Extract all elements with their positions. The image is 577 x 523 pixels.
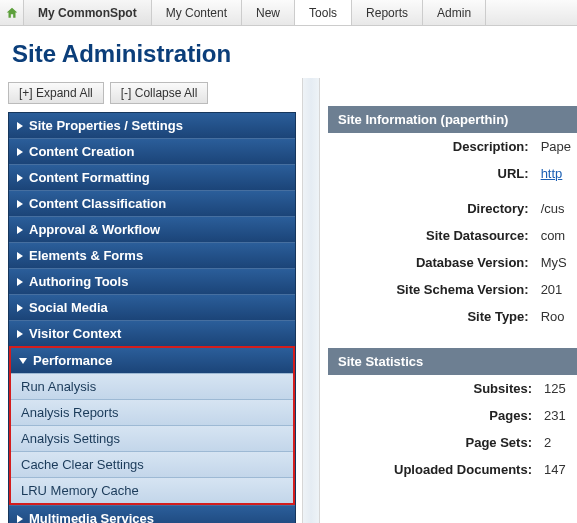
table-row: Site Datasource:com [328, 222, 577, 249]
table-row: Subsites:125 [328, 375, 577, 402]
tab-new[interactable]: New [242, 0, 295, 25]
nav-label: Social Media [29, 300, 108, 315]
top-nav: My CommonSpot My Content New Tools Repor… [0, 0, 577, 26]
info-value: http [535, 160, 577, 187]
nav-label: Multimedia Services [29, 511, 154, 523]
table-row: Site Type:Roo [328, 303, 577, 330]
table-row [328, 187, 577, 195]
nav-multimedia-services[interactable]: Multimedia Services [9, 505, 295, 523]
tab-label: Admin [437, 6, 471, 20]
stat-label: Subsites: [328, 375, 538, 402]
stat-label: Page Sets: [328, 429, 538, 456]
nav-social-media[interactable]: Social Media [9, 294, 295, 320]
table-row: Page Sets:2 [328, 429, 577, 456]
nav-authoring-tools[interactable]: Authoring Tools [9, 268, 295, 294]
table-row: Description:Pape [328, 133, 577, 160]
tab-label: My Content [166, 6, 227, 20]
arrow-right-icon [17, 515, 23, 523]
nav-label: Site Properties / Settings [29, 118, 183, 133]
info-label: Description: [328, 133, 535, 160]
nav-label: Visitor Context [29, 326, 121, 341]
arrow-down-icon [19, 358, 27, 364]
tab-tools[interactable]: Tools [295, 0, 352, 25]
nav-label: Approval & Workflow [29, 222, 160, 237]
sub-run-analysis[interactable]: Run Analysis [11, 373, 293, 399]
tab-my-commonspot[interactable]: My CommonSpot [24, 0, 152, 25]
home-icon[interactable] [0, 0, 24, 25]
stat-value: 231 [538, 402, 577, 429]
stat-label: Pages: [328, 402, 538, 429]
tab-admin[interactable]: Admin [423, 0, 486, 25]
table-row: Directory:/cus [328, 195, 577, 222]
stat-value: 2 [538, 429, 577, 456]
info-label: Site Type: [328, 303, 535, 330]
info-value: com [535, 222, 577, 249]
url-link[interactable]: http [541, 166, 563, 181]
right-column: Site Information (paperthin) Description… [320, 78, 577, 483]
table-row: Pages:231 [328, 402, 577, 429]
stat-label: Uploaded Documents: [328, 456, 538, 483]
tab-label: New [256, 6, 280, 20]
site-stats-table: Subsites:125 Pages:231 Page Sets:2 Uploa… [328, 375, 577, 483]
nav-site-properties[interactable]: Site Properties / Settings [9, 113, 295, 138]
arrow-right-icon [17, 200, 23, 208]
info-label: Site Datasource: [328, 222, 535, 249]
nav-performance[interactable]: Performance [11, 348, 293, 373]
arrow-right-icon [17, 122, 23, 130]
table-row: URL:http [328, 160, 577, 187]
table-row: Site Schema Version:201 [328, 276, 577, 303]
arrow-right-icon [17, 304, 23, 312]
info-value: /cus [535, 195, 577, 222]
info-value: Roo [535, 303, 577, 330]
sub-lru-memory-cache[interactable]: LRU Memory Cache [11, 477, 293, 503]
sub-analysis-settings[interactable]: Analysis Settings [11, 425, 293, 451]
page-title: Site Administration [0, 26, 577, 78]
tab-label: Reports [366, 6, 408, 20]
site-info-header: Site Information (paperthin) [328, 106, 577, 133]
arrow-right-icon [17, 148, 23, 156]
table-row: Uploaded Documents:147 [328, 456, 577, 483]
nav-label: Content Creation [29, 144, 134, 159]
tab-reports[interactable]: Reports [352, 0, 423, 25]
left-column: [+] Expand All [-] Collapse All Site Pro… [0, 78, 296, 523]
nav-content-creation[interactable]: Content Creation [9, 138, 295, 164]
stat-value: 125 [538, 375, 577, 402]
arrow-right-icon [17, 174, 23, 182]
info-label: URL: [328, 160, 535, 187]
site-info-table: Description:Pape URL:http Directory:/cus… [328, 133, 577, 330]
tab-label: Tools [309, 6, 337, 20]
arrow-right-icon [17, 226, 23, 234]
info-label: Site Schema Version: [328, 276, 535, 303]
nav-visitor-context[interactable]: Visitor Context [9, 320, 295, 346]
nav-label: Content Formatting [29, 170, 150, 185]
nav-approval-workflow[interactable]: Approval & Workflow [9, 216, 295, 242]
info-value: Pape [535, 133, 577, 160]
side-nav: Site Properties / Settings Content Creat… [8, 112, 296, 523]
nav-content-formatting[interactable]: Content Formatting [9, 164, 295, 190]
nav-elements-forms[interactable]: Elements & Forms [9, 242, 295, 268]
collapse-all-button[interactable]: [-] Collapse All [110, 82, 209, 104]
nav-label: Performance [33, 353, 112, 368]
expand-all-button[interactable]: [+] Expand All [8, 82, 104, 104]
site-stats-header: Site Statistics [328, 348, 577, 375]
table-row: Database Version:MyS [328, 249, 577, 276]
info-value: MyS [535, 249, 577, 276]
stat-value: 147 [538, 456, 577, 483]
arrow-right-icon [17, 252, 23, 260]
column-divider [302, 78, 320, 523]
performance-highlight: Performance Run Analysis Analysis Report… [9, 346, 295, 505]
info-label: Database Version: [328, 249, 535, 276]
nav-label: Elements & Forms [29, 248, 143, 263]
sub-analysis-reports[interactable]: Analysis Reports [11, 399, 293, 425]
tab-label: My CommonSpot [38, 6, 137, 20]
info-label: Directory: [328, 195, 535, 222]
nav-label: Content Classification [29, 196, 166, 211]
arrow-right-icon [17, 278, 23, 286]
arrow-right-icon [17, 330, 23, 338]
tab-my-content[interactable]: My Content [152, 0, 242, 25]
nav-content-classification[interactable]: Content Classification [9, 190, 295, 216]
sub-cache-clear-settings[interactable]: Cache Clear Settings [11, 451, 293, 477]
info-value: 201 [535, 276, 577, 303]
nav-label: Authoring Tools [29, 274, 128, 289]
